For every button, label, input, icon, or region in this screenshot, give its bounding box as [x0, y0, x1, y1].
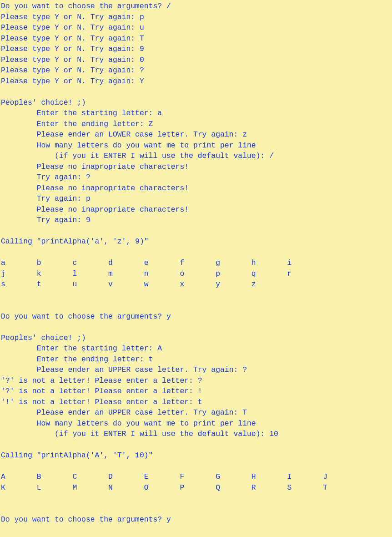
terminal-output: Do you want to choose the arguments? / P… [0, 0, 392, 525]
